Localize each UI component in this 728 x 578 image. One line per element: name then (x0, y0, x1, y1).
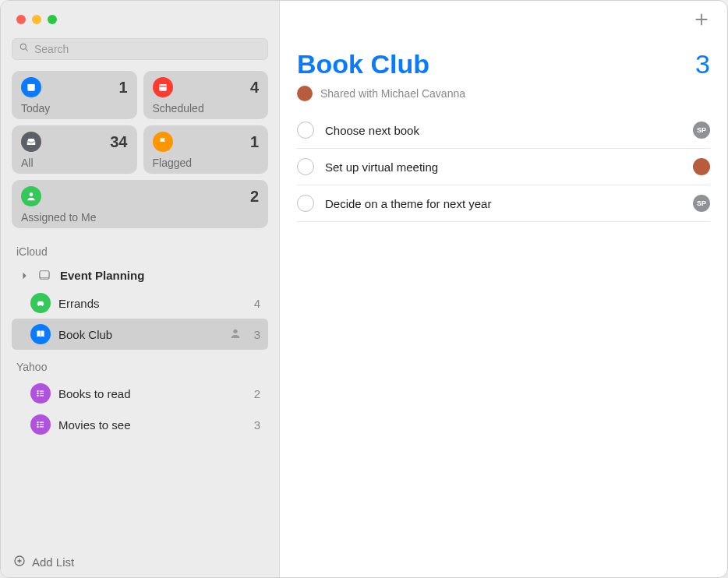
reminder-title[interactable]: Choose next book (325, 124, 682, 137)
svg-point-15 (37, 393, 38, 393)
reminder-row[interactable]: Set up virtual meeting (297, 149, 710, 185)
smart-list-all[interactable]: 34 All (12, 125, 137, 174)
svg-point-9 (38, 305, 40, 306)
svg-point-0 (20, 44, 26, 49)
plus-circle-icon (13, 555, 26, 569)
shared-indicator-icon (229, 327, 242, 342)
sidebar: 1 Today 4 Scheduled 34 (1, 1, 280, 577)
smart-list-count: 34 (110, 133, 127, 151)
reminder-title[interactable]: Decide on a theme for next year (325, 197, 682, 210)
smart-list-label: Scheduled (153, 102, 260, 115)
svg-point-6 (30, 192, 34, 196)
reminder-row[interactable]: Choose next book SP (297, 112, 710, 149)
sidebar-list-errands[interactable]: Errands 4 (12, 287, 268, 319)
folder-name: Event Planning (60, 269, 260, 282)
sidebar-list-movies-to-see[interactable]: Movies to see 3 (12, 409, 268, 440)
list-name: Book Club (58, 328, 221, 341)
window-controls (16, 15, 57, 24)
smart-list-count: 1 (118, 79, 127, 97)
smart-list-label: Flagged (153, 157, 260, 169)
svg-line-1 (25, 48, 27, 51)
account-header-icloud: iCloud (12, 234, 268, 263)
calendar-today-icon (21, 77, 41, 97)
shared-with-row[interactable]: Shared with Michael Cavanna (280, 83, 727, 112)
chevron-right-icon (21, 269, 30, 282)
complete-toggle[interactable] (297, 195, 314, 212)
svg-point-21 (37, 424, 38, 425)
sidebar-list-book-club[interactable]: Book Club 3 (12, 319, 268, 350)
svg-point-10 (41, 305, 43, 306)
account-header-yahoo: Yahoo (12, 350, 268, 378)
smart-lists: 1 Today 4 Scheduled 34 (12, 71, 268, 228)
list-count: 4 (254, 297, 260, 310)
plus-icon (693, 17, 710, 30)
flag-icon (153, 132, 173, 152)
sidebar-list-books-to-read[interactable]: Books to read 2 (12, 378, 268, 409)
list-name: Errands (58, 297, 246, 310)
complete-toggle[interactable] (297, 158, 314, 175)
list-title: Book Club (297, 49, 429, 79)
new-reminder-button[interactable] (693, 11, 710, 31)
smart-list-count: 2 (250, 188, 259, 206)
svg-rect-3 (27, 84, 34, 86)
reminder-row[interactable]: Decide on a theme for next year SP (297, 185, 710, 222)
zoom-window-button[interactable] (48, 15, 57, 24)
smart-list-scheduled[interactable]: 4 Scheduled (143, 71, 269, 119)
list-count: 2 (254, 387, 260, 400)
assignee-avatar (693, 158, 710, 175)
contact-avatar (297, 86, 313, 101)
folder-event-planning[interactable]: Event Planning (12, 263, 268, 287)
shared-with-label: Shared with Michael Cavanna (320, 87, 465, 100)
close-window-button[interactable] (16, 15, 26, 24)
reminder-title[interactable]: Set up virtual meeting (325, 160, 682, 174)
book-icon (30, 324, 51, 344)
svg-point-17 (37, 395, 38, 396)
svg-point-23 (37, 426, 38, 427)
svg-rect-4 (159, 84, 166, 91)
smart-list-today[interactable]: 1 Today (12, 71, 137, 119)
reminders-list: Choose next book SP Set up virtual meeti… (280, 112, 727, 222)
folder-icon (37, 268, 52, 282)
smart-list-label: All (21, 157, 128, 169)
smart-list-count: 1 (250, 133, 259, 151)
list-total-count: 3 (695, 49, 710, 79)
search-field[interactable] (12, 38, 268, 60)
tray-icon (21, 132, 41, 152)
search-input[interactable] (34, 43, 261, 55)
svg-point-12 (233, 329, 237, 333)
list-bullet-icon (30, 383, 51, 404)
list-name: Movies to see (58, 418, 246, 432)
svg-rect-8 (40, 271, 49, 278)
list-header: Book Club 3 (280, 41, 727, 83)
svg-point-19 (37, 422, 38, 423)
smart-list-label: Today (21, 102, 128, 115)
smart-list-assigned[interactable]: 2 Assigned to Me (12, 180, 268, 228)
search-icon (19, 42, 30, 56)
complete-toggle[interactable] (297, 122, 314, 139)
car-icon (30, 293, 51, 313)
add-list-button[interactable]: Add List (13, 555, 74, 569)
app-window: 1 Today 4 Scheduled 34 (0, 0, 728, 578)
smart-list-count: 4 (250, 79, 259, 97)
toolbar (280, 1, 727, 41)
list-name: Books to read (58, 387, 246, 400)
main-content: Book Club 3 Shared with Michael Cavanna … (280, 1, 727, 577)
smart-list-flagged[interactable]: 1 Flagged (143, 125, 269, 174)
person-icon (21, 186, 41, 206)
list-count: 3 (254, 328, 260, 341)
calendar-icon (153, 77, 173, 97)
add-list-label: Add List (32, 555, 74, 569)
svg-point-13 (37, 391, 38, 392)
list-count: 3 (254, 418, 260, 432)
assignee-badge: SP (693, 122, 710, 139)
list-bullet-icon (30, 414, 51, 435)
smart-list-label: Assigned to Me (21, 211, 259, 224)
assignee-badge: SP (693, 195, 710, 212)
minimize-window-button[interactable] (32, 15, 41, 24)
